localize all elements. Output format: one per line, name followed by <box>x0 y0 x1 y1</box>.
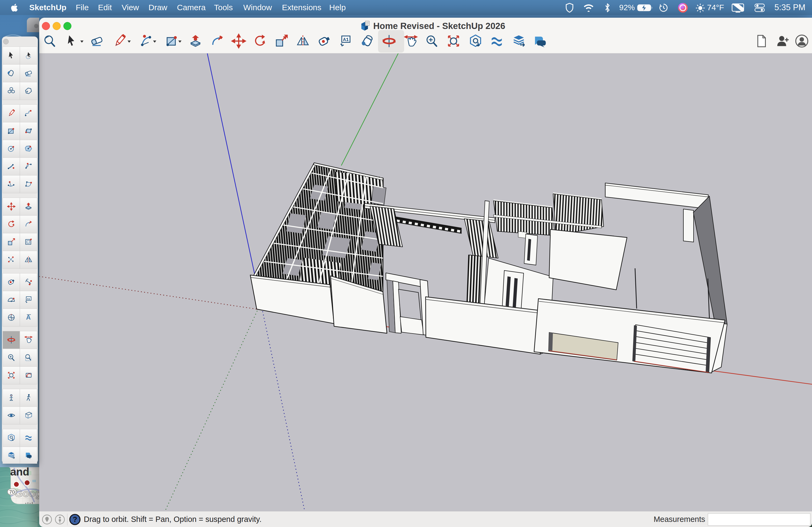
svg-text:Goog: Goog <box>15 488 39 499</box>
svg-text:and: and <box>10 467 29 478</box>
svg-text:70: 70 <box>9 489 15 495</box>
svg-text:?: ? <box>73 515 77 524</box>
